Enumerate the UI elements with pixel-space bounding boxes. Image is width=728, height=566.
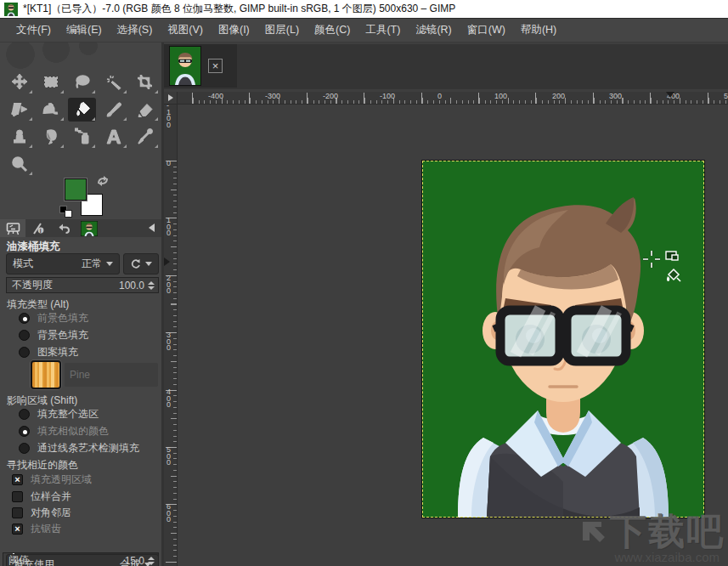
smudge-tool-button[interactable] — [37, 125, 65, 149]
pattern-name: Pine — [70, 369, 90, 381]
fill-whole-selection-label: 填充整个选区 — [37, 407, 99, 422]
bucket-fill-cursor — [642, 249, 683, 288]
menu-select[interactable]: 选择(S) — [110, 20, 161, 41]
tab-tool-options[interactable] — [0, 219, 25, 237]
menu-edit[interactable]: 编辑(E) — [59, 20, 110, 41]
fuzzy-select-tool-button[interactable] — [99, 71, 127, 94]
collapse-arrow-icon — [149, 224, 155, 232]
zoom-tool-button[interactable] — [5, 152, 33, 176]
airbrush-icon — [73, 127, 92, 146]
dock-tab-bar: i — [0, 219, 161, 237]
menu-filters[interactable]: 滤镜(R) — [408, 20, 459, 41]
fill-type-bg-label: 背景色填充 — [37, 328, 88, 342]
menu-windows[interactable]: 窗口(W) — [460, 20, 513, 41]
bucket-fill-tool-button[interactable] — [68, 98, 96, 122]
clone-tool-button[interactable] — [5, 125, 33, 149]
antialiasing-checkbox[interactable]: × 抗锯齿 — [12, 522, 61, 536]
checkbox-checked-icon: × — [12, 474, 23, 485]
fill-whole-selection-radio[interactable]: 填充整个选区 — [19, 407, 99, 422]
eyedropper-icon — [136, 127, 155, 146]
menu-tools[interactable]: 工具(T) — [358, 20, 408, 41]
smudge-icon — [42, 127, 60, 146]
h-ruler-label: -200 — [323, 92, 338, 100]
close-tab-icon[interactable]: × — [208, 59, 223, 73]
v-ruler-label: 300 — [166, 332, 172, 352]
opacity-slider[interactable]: 不透明度 100.0 — [6, 277, 159, 293]
transform-tool-button[interactable] — [5, 98, 33, 122]
checkbox-icon — [12, 507, 23, 518]
radio-icon — [19, 347, 30, 358]
menu-file[interactable]: 文件(F) — [8, 20, 59, 41]
dock-collapse-button[interactable] — [144, 221, 158, 235]
xiazaiba-logo-icon — [579, 517, 608, 546]
checkbox-checked-icon: × — [12, 524, 23, 535]
tool-options-icon — [6, 222, 20, 235]
h-ruler-label: 0 — [437, 92, 442, 100]
tab-undo-history[interactable] — [51, 219, 76, 237]
fill-transparent-areas-checkbox[interactable]: × 填充透明区域 — [12, 473, 92, 487]
menu-help[interactable]: 帮助(H) — [513, 20, 564, 41]
fill-type-bg-radio[interactable]: 背景色填充 — [19, 328, 88, 342]
fill-type-pattern-radio[interactable]: 图案填充 — [19, 345, 78, 359]
tab-device-status[interactable]: i — [25, 219, 51, 237]
swap-colors-icon[interactable] — [96, 175, 110, 187]
mode-label: 模式 — [13, 257, 33, 271]
fill-transparent-areas-label: 填充透明区域 — [31, 473, 92, 487]
radio-icon — [19, 409, 30, 420]
free-select-tool-button[interactable] — [68, 71, 96, 94]
affected-area-label: 影响区域 (Shift) — [0, 393, 161, 408]
warp-tool-button[interactable] — [37, 98, 65, 122]
mode-dropdown[interactable]: 模式 正常 — [6, 253, 120, 275]
v-ruler-label: 600 — [166, 504, 172, 524]
menu-layer[interactable]: 图层(L) — [257, 20, 307, 41]
ruler-corner-button[interactable] — [164, 92, 178, 105]
fill-type-pattern-label: 图案填充 — [37, 345, 78, 359]
canvas-image-tab[interactable]: × — [164, 44, 237, 88]
opacity-value: 100.0 — [119, 280, 144, 291]
threshold-spinner[interactable] — [144, 557, 158, 565]
move-tool-button[interactable] — [5, 71, 33, 94]
h-ruler-label: -300 — [265, 92, 280, 100]
opacity-spinner[interactable] — [144, 281, 158, 290]
paintbrush-tool-button[interactable] — [99, 98, 127, 122]
sample-merged-checkbox[interactable]: 位样合并 — [12, 490, 71, 504]
v-ruler-label: 500 — [166, 447, 172, 467]
diagonal-neighbors-checkbox[interactable]: 对角邻居 — [12, 506, 71, 520]
default-colors-icon[interactable] — [59, 206, 73, 218]
mode-switch-button[interactable] — [123, 253, 159, 275]
fill-type-fg-label: 前景色填充 — [37, 311, 88, 325]
canvas-viewport[interactable]: 下载吧 www.xiazaiba.com — [178, 105, 728, 566]
color-picker-tool-button[interactable] — [131, 125, 159, 149]
crop-tool-button[interactable] — [131, 71, 159, 94]
horizontal-ruler[interactable]: -400 -300 -200 -100 0 100 200 300 400 50… — [178, 92, 728, 105]
undo-history-icon — [57, 222, 71, 235]
canvas-tab-strip — [164, 44, 728, 89]
mode-value: 正常 — [82, 257, 102, 271]
watermark-url: www.xiazaiba.com — [579, 550, 725, 564]
menu-colors[interactable]: 颜色(C) — [307, 20, 358, 41]
device-status-icon: i — [31, 222, 45, 235]
fill-type-fg-radio[interactable]: 前景色填充 — [19, 311, 88, 325]
airbrush-tool-button[interactable] — [68, 125, 96, 149]
paintbrush-icon — [104, 100, 123, 119]
menu-image[interactable]: 图像(I) — [211, 20, 257, 41]
tool-options-panel: 油漆桶填充 模式 正常 不透明度 100.0 填充类型 (Alt) — [0, 237, 161, 566]
vertical-ruler[interactable]: -100 0 100 200 300 400 500 600 — [164, 105, 178, 566]
eraser-tool-button[interactable] — [131, 98, 159, 122]
rectangle-select-tool-button[interactable] — [37, 71, 65, 94]
fill-similar-colors-radio[interactable]: 填充相似的颜色 — [19, 424, 109, 439]
reset-icon — [130, 258, 141, 269]
fill-type-label: 填充类型 (Alt) — [0, 297, 161, 312]
tab-image-thumbnail[interactable] — [76, 219, 102, 237]
foreground-color-swatch[interactable] — [65, 178, 87, 201]
image-canvas[interactable] — [422, 161, 704, 518]
pattern-name-well[interactable]: Pine — [65, 363, 158, 387]
lasso-icon — [73, 73, 92, 92]
menu-view[interactable]: 视图(V) — [160, 20, 211, 41]
fill-line-art-label: 通过线条艺术检测填充 — [37, 441, 139, 456]
pattern-swatch[interactable] — [31, 360, 61, 389]
tool-options-title: 油漆桶填充 — [0, 240, 161, 254]
text-tool-button[interactable] — [99, 125, 127, 149]
radio-icon — [19, 443, 30, 454]
fill-line-art-radio[interactable]: 通过线条艺术检测填充 — [19, 441, 139, 456]
